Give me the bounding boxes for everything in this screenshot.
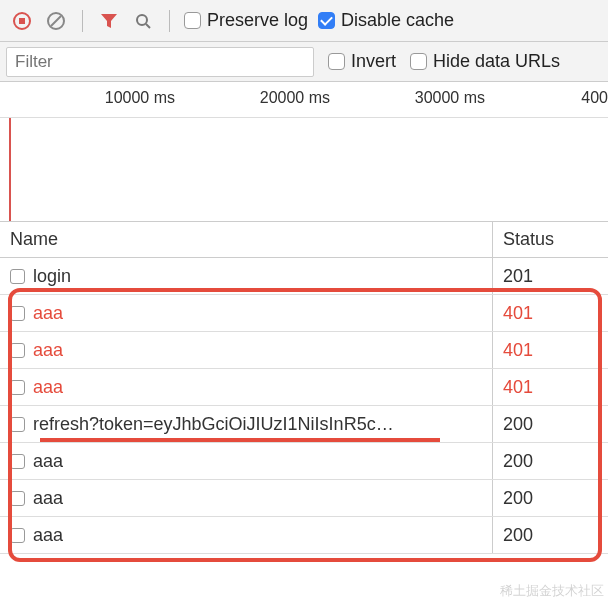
request-name: aaa — [33, 525, 63, 546]
watermark: 稀土掘金技术社区 — [500, 582, 604, 600]
preserve-log-toggle[interactable]: Preserve log — [184, 10, 308, 31]
disable-cache-checkbox[interactable] — [318, 12, 335, 29]
timeline-tick: 30000 ms — [415, 89, 485, 107]
timeline-tick: 10000 ms — [105, 89, 175, 107]
hide-data-urls-label: Hide data URLs — [433, 51, 560, 72]
preserve-log-checkbox[interactable] — [184, 12, 201, 29]
request-status-cell: 201 — [493, 258, 608, 294]
filter-input[interactable] — [6, 47, 314, 77]
hide-data-urls-checkbox[interactable] — [410, 53, 427, 70]
svg-rect-1 — [19, 18, 25, 24]
request-status-cell: 200 — [493, 480, 608, 516]
column-header-status[interactable]: Status — [493, 222, 608, 257]
request-name: login — [33, 266, 71, 287]
column-header-name[interactable]: Name — [0, 222, 493, 257]
request-status-cell: 200 — [493, 443, 608, 479]
toolbar-divider — [82, 10, 83, 32]
toolbar-divider — [169, 10, 170, 32]
row-checkbox[interactable] — [10, 269, 25, 284]
table-row[interactable]: aaa401 — [0, 369, 608, 406]
table-row[interactable]: aaa200 — [0, 443, 608, 480]
table-header: Name Status — [0, 222, 608, 258]
table-row[interactable]: aaa401 — [0, 332, 608, 369]
table-row[interactable]: aaa200 — [0, 517, 608, 554]
invert-label: Invert — [351, 51, 396, 72]
request-name-cell: aaa — [0, 443, 493, 479]
request-name-cell: aaa — [0, 295, 493, 331]
request-name-cell: aaa — [0, 332, 493, 368]
svg-line-5 — [146, 24, 150, 28]
request-status-cell: 200 — [493, 517, 608, 553]
request-name-cell: refresh?token=eyJhbGciOiJIUzI1NiIsInR5c… — [0, 406, 493, 442]
table-row[interactable]: login201 — [0, 258, 608, 295]
request-table: login201aaa401aaa401aaa401refresh?token=… — [0, 258, 608, 554]
svg-line-3 — [51, 16, 61, 26]
filter-bar: Invert Hide data URLs — [0, 42, 608, 82]
timeline-tick: 400 — [581, 89, 608, 107]
request-name-cell: aaa — [0, 480, 493, 516]
row-checkbox[interactable] — [10, 380, 25, 395]
table-row[interactable]: aaa401 — [0, 295, 608, 332]
disable-cache-label: Disable cache — [341, 10, 454, 31]
search-icon[interactable] — [131, 9, 155, 33]
disable-cache-toggle[interactable]: Disable cache — [318, 10, 454, 31]
timeline-tick: 20000 ms — [260, 89, 330, 107]
invert-toggle[interactable]: Invert — [328, 51, 396, 72]
request-status-cell: 401 — [493, 369, 608, 405]
row-checkbox[interactable] — [10, 306, 25, 321]
invert-checkbox[interactable] — [328, 53, 345, 70]
request-name: refresh?token=eyJhbGciOiJIUzI1NiIsInR5c… — [33, 414, 394, 435]
main-toolbar: Preserve log Disable cache — [0, 0, 608, 42]
preserve-log-label: Preserve log — [207, 10, 308, 31]
request-name-cell: login — [0, 258, 493, 294]
table-row[interactable]: refresh?token=eyJhbGciOiJIUzI1NiIsInR5c…… — [0, 406, 608, 443]
timeline-overview[interactable] — [0, 118, 608, 222]
request-status-cell: 401 — [493, 295, 608, 331]
row-checkbox[interactable] — [10, 528, 25, 543]
filter-icon[interactable] — [97, 9, 121, 33]
request-name-cell: aaa — [0, 517, 493, 553]
row-checkbox[interactable] — [10, 454, 25, 469]
svg-point-4 — [137, 15, 147, 25]
request-status-cell: 200 — [493, 406, 608, 442]
request-name: aaa — [33, 303, 63, 324]
timeline-ruler[interactable]: 10000 ms 20000 ms 30000 ms 400 — [0, 82, 608, 118]
row-checkbox[interactable] — [10, 417, 25, 432]
request-status-cell: 401 — [493, 332, 608, 368]
request-name: aaa — [33, 488, 63, 509]
clear-icon[interactable] — [44, 9, 68, 33]
row-checkbox[interactable] — [10, 491, 25, 506]
hide-data-urls-toggle[interactable]: Hide data URLs — [410, 51, 560, 72]
record-icon[interactable] — [10, 9, 34, 33]
request-name-cell: aaa — [0, 369, 493, 405]
request-name: aaa — [33, 451, 63, 472]
row-checkbox[interactable] — [10, 343, 25, 358]
request-name: aaa — [33, 377, 63, 398]
table-row[interactable]: aaa200 — [0, 480, 608, 517]
request-name: aaa — [33, 340, 63, 361]
